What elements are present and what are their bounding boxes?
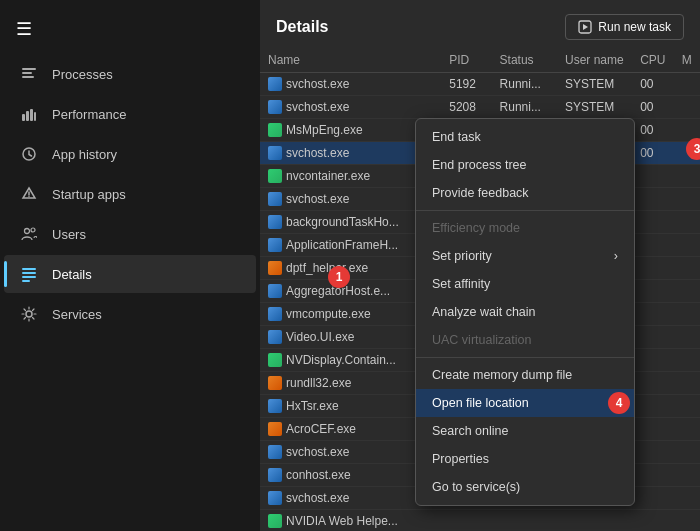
ctx-item-provide-feedback[interactable]: Provide feedback [416,179,634,207]
sidebar-item-label: Startup apps [52,187,126,202]
startup-icon [20,185,38,203]
hamburger-icon[interactable]: ☰ [16,19,32,39]
svg-rect-14 [22,280,30,282]
sidebar: ☰ Processes Performance [0,0,260,531]
process-cpu [632,280,674,303]
sidebar-item-processes[interactable]: Processes [4,55,256,93]
sidebar-item-startup-apps[interactable]: Startup apps [4,175,256,213]
svg-rect-2 [22,76,34,78]
svg-point-8 [28,196,29,197]
ctx-item-set-affinity[interactable]: Set affinity [416,270,634,298]
process-icon [268,77,282,91]
sidebar-item-details[interactable]: Details [4,255,256,293]
processes-icon [20,65,38,83]
sidebar-item-label: Details [52,267,92,282]
svg-rect-4 [26,111,29,121]
sidebar-item-label: Services [52,307,102,322]
process-mem [674,211,700,234]
ctx-item-efficiency-mode: Efficiency mode [416,214,634,242]
svg-rect-11 [22,268,36,270]
ctx-item-create-memory-dump[interactable]: Create memory dump file [416,361,634,389]
process-icon [268,445,282,459]
table-row[interactable]: svchost.exe 5192 Runni... SYSTEM 00 [260,73,700,96]
page-title: Details [276,18,328,36]
run-new-task-button[interactable]: Run new task [565,14,684,40]
process-pid: 5208 [441,96,491,119]
process-icon [268,376,282,390]
main-header: Details Run new task [260,0,700,48]
col-user[interactable]: User name [557,48,632,73]
sidebar-item-services[interactable]: Services [4,295,256,333]
svg-point-10 [31,228,35,232]
badge-1: 1 [328,266,350,288]
ctx-item-end-process-tree[interactable]: End process tree [416,151,634,179]
process-cpu [632,395,674,418]
svg-rect-0 [22,68,36,70]
process-cpu [632,211,674,234]
process-icon [268,169,282,183]
process-icon [268,330,282,344]
ctx-item-set-priority[interactable]: Set priority› [416,242,634,270]
process-icon [268,353,282,367]
process-pid [441,510,491,532]
ctx-item-uac-virtualization: UAC virtualization [416,326,634,354]
sidebar-item-performance[interactable]: Performance [4,95,256,133]
ctx-item-end-task[interactable]: End task [416,123,634,151]
process-mem [674,188,700,211]
process-mem [674,280,700,303]
process-cpu: 00 [632,119,674,142]
process-pid: 5192 [441,73,491,96]
process-icon [268,284,282,298]
process-mem [674,441,700,464]
process-cpu: 00 [632,96,674,119]
process-icon [268,146,282,160]
table-header-row: Name PID Status User name CPU M [260,48,700,73]
process-cpu [632,372,674,395]
sidebar-item-users[interactable]: Users [4,215,256,253]
process-mem [674,464,700,487]
process-name-cell: svchost.exe [260,96,441,119]
col-mem[interactable]: M [674,48,700,73]
process-cpu [632,188,674,211]
ctx-item-properties[interactable]: Properties [416,445,634,473]
process-icon [268,468,282,482]
process-user: SYSTEM [557,96,632,119]
process-icon [268,399,282,413]
process-cpu [632,441,674,464]
col-pid[interactable]: PID [441,48,491,73]
ctx-item-open-file-location[interactable]: Open file location [416,389,634,417]
process-mem [674,487,700,510]
services-icon [20,305,38,323]
context-menu: End taskEnd process treeProvide feedback… [415,118,635,506]
ctx-item-analyze-wait-chain[interactable]: Analyze wait chain [416,298,634,326]
col-cpu[interactable]: CPU [632,48,674,73]
process-icon [268,261,282,275]
sidebar-item-label: Processes [52,67,113,82]
process-mem [674,418,700,441]
table-row[interactable]: svchost.exe 5208 Runni... SYSTEM 00 [260,96,700,119]
sidebar-item-app-history[interactable]: App history [4,135,256,173]
table-row[interactable]: NVIDIA Web Helpe... [260,510,700,532]
process-mem [674,73,700,96]
process-user: SYSTEM [557,73,632,96]
badge-4: 4 [608,392,630,414]
col-status[interactable]: Status [492,48,557,73]
svg-rect-1 [22,72,32,74]
process-cpu [632,303,674,326]
process-status: Runni... [492,96,557,119]
process-icon [268,192,282,206]
ctx-item-search-online[interactable]: Search online [416,417,634,445]
process-cpu [632,326,674,349]
process-cpu [632,257,674,280]
process-cpu [632,165,674,188]
process-icon [268,307,282,321]
process-icon [268,491,282,505]
process-icon [268,514,282,528]
process-status [492,510,557,532]
ctx-item-go-to-service[interactable]: Go to service(s) [416,473,634,501]
process-mem [674,96,700,119]
sidebar-item-label: Users [52,227,86,242]
process-mem [674,395,700,418]
process-cpu [632,510,674,532]
col-name[interactable]: Name [260,48,441,73]
